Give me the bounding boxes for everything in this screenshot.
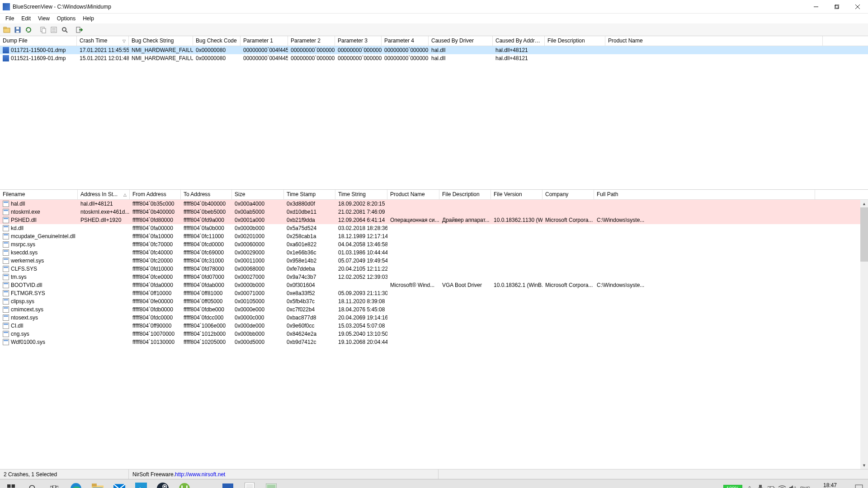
notifications-button[interactable]: 5 xyxy=(850,479,868,488)
module-row[interactable]: clipsp.sysfffff804`0fe00000fffff804`0ff0… xyxy=(0,297,868,305)
module-row[interactable]: CLFS.SYSfffff804`0fd10000fffff804`0fd780… xyxy=(0,265,868,273)
module-row[interactable]: ntoskrnl.exentoskrnl.exe+461d...fffff804… xyxy=(0,208,868,216)
search-button[interactable] xyxy=(22,479,43,488)
svg-rect-51 xyxy=(768,486,774,488)
app-l-icon[interactable]: L xyxy=(130,479,152,488)
utorrent-icon[interactable] xyxy=(174,479,195,488)
svg-rect-26 xyxy=(53,485,56,488)
svg-rect-9 xyxy=(16,31,19,33)
column-header[interactable]: Size xyxy=(232,190,284,200)
module-row[interactable]: ksecdd.sysfffff804`0fc40000fffff804`0fc6… xyxy=(0,249,868,257)
app-icon-2[interactable] xyxy=(260,479,282,488)
module-row[interactable]: Wdf01000.sysfffff804`10130000fffff804`10… xyxy=(0,338,868,346)
refresh-icon[interactable] xyxy=(24,25,33,35)
power-icon[interactable] xyxy=(768,485,775,488)
module-row[interactable]: cng.sysfffff804`10070000fffff804`1012b00… xyxy=(0,330,868,338)
column-header[interactable]: Bug Check String xyxy=(129,36,193,46)
column-header[interactable]: Filename xyxy=(0,190,78,200)
svg-rect-48 xyxy=(267,485,275,488)
module-row[interactable]: BOOTVID.dllfffff804`0fda0000fffff804`0fd… xyxy=(0,281,868,289)
column-header[interactable]: Bug Check Code xyxy=(193,36,241,46)
column-header[interactable]: File Description xyxy=(545,36,605,46)
dump-file-icon xyxy=(3,47,9,53)
edge-icon[interactable] xyxy=(65,479,87,488)
column-header[interactable]: Parameter 2 xyxy=(288,36,335,46)
language-indicator[interactable]: РУС xyxy=(800,486,810,488)
module-row[interactable]: tm.sysfffff804`0fce0000fffff804`0fd07000… xyxy=(0,273,868,281)
dump-list-rows[interactable]: 011721-11500-01.dmp17.01.2021 11:45:55NM… xyxy=(0,46,868,189)
module-row[interactable]: CI.dllfffff804`0ff90000fffff804`1006e000… xyxy=(0,322,868,330)
module-row[interactable]: mcupdate_GenuineIntel.dllfffff804`0fa100… xyxy=(0,232,868,240)
close-button[interactable] xyxy=(847,0,868,14)
module-row[interactable]: werkernel.sysfffff804`0fc20000fffff804`0… xyxy=(0,257,868,265)
dump-list: Dump FileCrash Time▽Bug Check StringBug … xyxy=(0,36,868,190)
copy-icon[interactable] xyxy=(38,25,48,35)
start-button[interactable] xyxy=(0,479,22,488)
column-header[interactable]: Crash Time▽ xyxy=(77,36,129,46)
column-header[interactable]: Time Stamp xyxy=(284,190,335,200)
chevron-up-icon[interactable]: ⌃ xyxy=(746,485,753,488)
nirsoft-link[interactable]: http://www.nirsoft.net xyxy=(175,471,225,478)
module-row[interactable]: PSHED.dllPSHED.dll+1920fffff804`0fd80000… xyxy=(0,216,868,224)
column-header[interactable]: File Description xyxy=(439,190,491,200)
module-row[interactable]: kd.dllfffff804`0fa00000fffff804`0fa0b000… xyxy=(0,224,868,232)
column-header[interactable]: To Address xyxy=(181,190,232,200)
usb-icon[interactable] xyxy=(757,485,764,488)
column-header[interactable]: Parameter 1 xyxy=(241,36,288,46)
column-header[interactable]: Time String xyxy=(335,190,387,200)
open-icon[interactable] xyxy=(2,25,12,35)
dump-row[interactable]: 011521-11609-01.dmp15.01.2021 12:01:48NM… xyxy=(0,54,868,62)
bluescreenview-icon[interactable] xyxy=(217,479,239,488)
svg-rect-30 xyxy=(92,483,97,487)
column-header[interactable]: Parameter 4 xyxy=(382,36,429,46)
scroll-thumb[interactable] xyxy=(860,207,868,262)
explorer-icon[interactable] xyxy=(87,479,108,488)
column-header[interactable]: Dump File xyxy=(0,36,77,46)
menu-file[interactable]: File xyxy=(2,14,18,23)
column-header[interactable]: Caused By Driver xyxy=(429,36,493,46)
scroll-up-icon[interactable]: ▲ xyxy=(860,200,868,207)
minimize-button[interactable] xyxy=(806,0,826,14)
column-header[interactable]: Company xyxy=(542,190,594,200)
properties-icon[interactable] xyxy=(49,25,59,35)
column-header[interactable]: Address In St...△ xyxy=(78,190,130,200)
module-row[interactable]: hal.dllhal.dll+48121fffff804`0b35c000fff… xyxy=(0,200,868,208)
menu-options[interactable]: Options xyxy=(53,14,79,23)
statusbar: 2 Crashes, 1 Selected NirSoft Freeware. … xyxy=(0,469,868,479)
notepad-icon[interactable] xyxy=(239,479,260,488)
column-header[interactable]: Product Name xyxy=(605,36,823,46)
find-icon[interactable] xyxy=(60,25,70,35)
battery-indicator[interactable]: 100% xyxy=(723,485,742,488)
column-header[interactable]: File Version xyxy=(491,190,542,200)
yandex-icon[interactable]: Я xyxy=(195,479,217,488)
column-header[interactable]: Product Name xyxy=(387,190,439,200)
mail-icon[interactable] xyxy=(108,479,130,488)
module-row[interactable]: ntosext.sysfffff804`0fdc0000fffff804`0fd… xyxy=(0,314,868,322)
task-view-button[interactable] xyxy=(43,479,65,488)
wifi-icon[interactable] xyxy=(778,485,786,488)
column-header[interactable]: Parameter 3 xyxy=(335,36,382,46)
column-header[interactable]: Full Path xyxy=(594,190,815,200)
volume-icon[interactable] xyxy=(789,485,797,488)
module-list: FilenameAddress In St...△From AddressTo … xyxy=(0,190,868,469)
clock[interactable]: 18:47 17.01.2021 xyxy=(814,483,846,488)
steam-icon[interactable] xyxy=(152,479,174,488)
dump-row[interactable]: 011721-11500-01.dmp17.01.2021 11:45:55NM… xyxy=(0,46,868,54)
module-file-icon xyxy=(3,331,9,337)
bottom-vscroll[interactable]: ▲ ▼ xyxy=(860,200,868,469)
exit-icon[interactable] xyxy=(74,25,84,35)
module-row[interactable]: FLTMGR.SYSfffff804`0ff10000fffff804`0ff8… xyxy=(0,289,868,297)
menu-edit[interactable]: Edit xyxy=(18,14,34,23)
module-row[interactable]: msrpc.sysfffff804`0fc70000fffff804`0fcd0… xyxy=(0,240,868,249)
column-header[interactable]: From Address xyxy=(130,190,181,200)
module-list-rows[interactable]: hal.dllhal.dll+48121fffff804`0b35c000fff… xyxy=(0,200,868,469)
scroll-down-icon[interactable]: ▼ xyxy=(860,461,868,469)
module-file-icon xyxy=(3,258,9,264)
menu-view[interactable]: View xyxy=(34,14,53,23)
column-header[interactable]: Caused By Address xyxy=(493,36,545,46)
save-icon[interactable] xyxy=(13,25,23,35)
module-row[interactable]: cmimcext.sysfffff804`0fdb0000fffff804`0f… xyxy=(0,305,868,314)
menu-help[interactable]: Help xyxy=(79,14,98,23)
maximize-button[interactable] xyxy=(826,0,847,14)
svg-rect-27 xyxy=(56,486,58,488)
